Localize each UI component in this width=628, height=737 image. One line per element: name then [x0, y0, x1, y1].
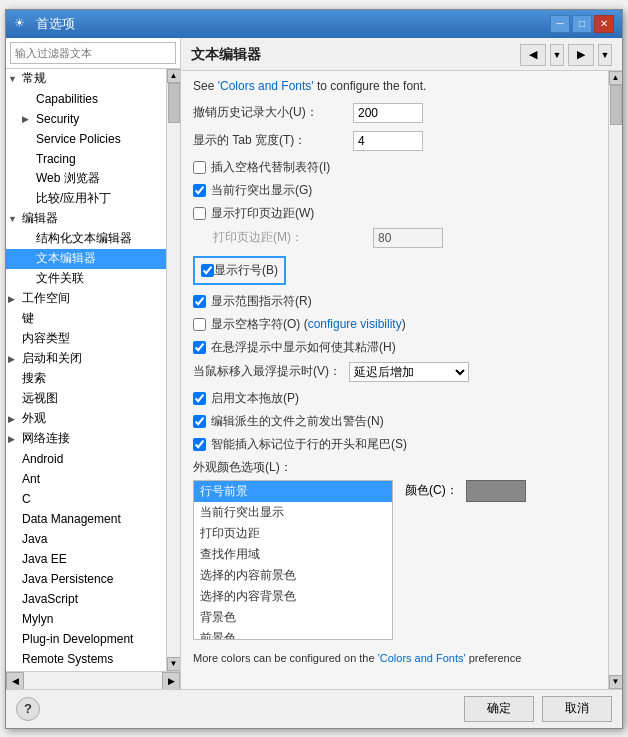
footer-left: ?	[16, 697, 40, 721]
tree-label-network: 网络连接	[22, 430, 70, 447]
minimize-button[interactable]: ─	[550, 15, 570, 33]
show-print-margin-label: 显示打印页边距(W)	[211, 205, 314, 222]
enable-dnd-checkbox[interactable]	[193, 392, 206, 405]
bottom-colors-fonts-link[interactable]: 'Colors and Fonts'	[378, 652, 466, 664]
scroll-right-btn[interactable]: ▶	[162, 672, 180, 689]
hover-dropdown[interactable]: 延迟后增加 立即增加 从不增加	[349, 362, 469, 382]
highlight-line-checkbox[interactable]	[193, 184, 206, 197]
tree-label-filelink: 文件关联	[36, 270, 84, 287]
tree-scrollbar[interactable]: ▲ ▼	[166, 69, 180, 671]
tree-item-webbrowser[interactable]: Web 浏览器	[6, 169, 166, 189]
tree-label-editors: 编辑器	[22, 210, 58, 227]
nav-back-dropdown[interactable]: ▼	[550, 44, 564, 66]
insert-spaces-checkbox[interactable]	[193, 161, 206, 174]
scroll-down-btn[interactable]: ▼	[167, 657, 181, 671]
tree-item-texteditor[interactable]: 文本编辑器	[6, 249, 166, 269]
color-listbox[interactable]: 行号前景当前行突出显示打印页边距查找作用域选择的内容前景色选择的内容背景色背景色…	[193, 480, 393, 640]
listbox-item[interactable]: 前景色	[194, 628, 392, 640]
tree-item-editors[interactable]: 编辑器	[6, 209, 166, 229]
listbox-item[interactable]: 选择的内容前景色	[194, 565, 392, 586]
listbox-item[interactable]: 查找作用域	[194, 544, 392, 565]
tree-label-search: 搜索	[22, 370, 46, 387]
smart-carets-checkbox[interactable]	[193, 438, 206, 451]
tree-item-javapersistence[interactable]: Java Persistence	[6, 569, 166, 589]
nav-back-btn[interactable]: ◀	[520, 44, 546, 66]
tree-item-filelink[interactable]: 文件关联	[6, 269, 166, 289]
tree-item-ant[interactable]: 外观	[6, 409, 166, 429]
tree-item-capabilities[interactable]: Capabilities	[6, 89, 166, 109]
tree-item-tracing[interactable]: Tracing	[6, 149, 166, 169]
tree-item-mylyn[interactable]: Mylyn	[6, 609, 166, 629]
show-whitespace-checkbox[interactable]	[193, 318, 206, 331]
tree-item-android[interactable]: Android	[6, 449, 166, 469]
tree-label-java: Java	[22, 532, 47, 546]
tree-item-general[interactable]: 常规	[6, 69, 166, 89]
tree-item-contenttypes[interactable]: 内容类型	[6, 329, 166, 349]
tree-item-startupexit[interactable]: 启动和关闭	[6, 349, 166, 369]
right-scroll-thumb[interactable]	[610, 85, 622, 125]
scroll-up-btn[interactable]: ▲	[167, 69, 181, 83]
bottom-note: More colors can be configured on the 'Co…	[193, 652, 596, 664]
confirm-button[interactable]: 确定	[464, 696, 534, 722]
maximize-button[interactable]: □	[572, 15, 592, 33]
cancel-button[interactable]: 取消	[542, 696, 612, 722]
title-bar-buttons: ─ □ ✕	[550, 15, 614, 33]
tree-item-keys[interactable]: 键	[6, 309, 166, 329]
show-tooltip-checkbox[interactable]	[193, 341, 206, 354]
scroll-left-btn[interactable]: ◀	[6, 672, 24, 689]
print-margin-row: 打印页边距(M)：	[193, 228, 596, 248]
print-margin-input[interactable]	[373, 228, 443, 248]
listbox-item[interactable]: 背景色	[194, 607, 392, 628]
tree-item-java[interactable]: Java	[6, 529, 166, 549]
show-print-margin-checkbox[interactable]	[193, 207, 206, 220]
scroll-thumb[interactable]	[168, 83, 180, 123]
tree-label-compareapps: 比较/应用补丁	[36, 190, 111, 207]
help-button[interactable]: ?	[16, 697, 40, 721]
search-input[interactable]	[10, 42, 176, 64]
listbox-item[interactable]: 当前行突出显示	[194, 502, 392, 523]
smart-carets-row: 智能插入标记位于行的开头和尾巴(S)	[193, 436, 596, 453]
tree-item-datamanagement[interactable]: Data Management	[6, 509, 166, 529]
undo-history-input[interactable]	[353, 103, 423, 123]
show-range-label: 显示范围指示符(R)	[211, 293, 312, 310]
right-scroll-down-btn[interactable]: ▼	[609, 675, 623, 689]
tree-arrow-workspace	[8, 294, 22, 304]
tree-item-workspace[interactable]: 工作空间	[6, 289, 166, 309]
show-line-numbers-label: 显示行号(B)	[214, 262, 278, 279]
right-scrollbar[interactable]: ▲ ▼	[608, 71, 622, 689]
listbox-item[interactable]: 选择的内容背景色	[194, 586, 392, 607]
tree-item-structured[interactable]: 结构化文本编辑器	[6, 229, 166, 249]
listbox-item[interactable]: 行号前景	[194, 481, 392, 502]
tree-item-compareapps[interactable]: 比较/应用补丁	[6, 189, 166, 209]
warn-save-label: 编辑派生的文件之前发出警告(N)	[211, 413, 384, 430]
configure-visibility-link[interactable]: configure visibility	[308, 317, 402, 331]
tree-item-network[interactable]: 网络连接	[6, 429, 166, 449]
nav-forward-btn[interactable]: ▶	[568, 44, 594, 66]
nav-forward-dropdown[interactable]: ▼	[598, 44, 612, 66]
tree-arrow-ant	[8, 414, 22, 424]
show-line-numbers-checkbox[interactable]	[201, 264, 214, 277]
show-range-checkbox[interactable]	[193, 295, 206, 308]
tree-item-javaee[interactable]: Java EE	[6, 549, 166, 569]
tree-item-remotesystems[interactable]: Remote Systems	[6, 649, 166, 669]
tree-label-servicepolicies: Service Policies	[36, 132, 121, 146]
tree-item-c[interactable]: C	[6, 489, 166, 509]
panel-title: 文本编辑器	[191, 46, 261, 64]
tree-item-search[interactable]: 搜索	[6, 369, 166, 389]
tree-item-remoteview[interactable]: 远视图	[6, 389, 166, 409]
right-scroll-area: See 'Colors and Fonts' to configure the …	[181, 71, 608, 689]
show-range-row: 显示范围指示符(R)	[193, 293, 596, 310]
tree-item-antitem[interactable]: Ant	[6, 469, 166, 489]
tree-item-security[interactable]: Security	[6, 109, 166, 129]
listbox-item[interactable]: 打印页边距	[194, 523, 392, 544]
colors-fonts-link[interactable]: 'Colors and Fonts'	[218, 79, 314, 93]
color-swatch[interactable]	[466, 480, 526, 502]
tree-item-javascript[interactable]: JavaScript	[6, 589, 166, 609]
tab-width-input[interactable]	[353, 131, 423, 151]
show-line-numbers-section: 显示行号(B)	[193, 256, 286, 285]
tree-item-plugindevelopment[interactable]: Plug-in Development	[6, 629, 166, 649]
tree-item-servicepolicies[interactable]: Service Policies	[6, 129, 166, 149]
right-scroll-up-btn[interactable]: ▲	[609, 71, 623, 85]
close-button[interactable]: ✕	[594, 15, 614, 33]
warn-save-checkbox[interactable]	[193, 415, 206, 428]
